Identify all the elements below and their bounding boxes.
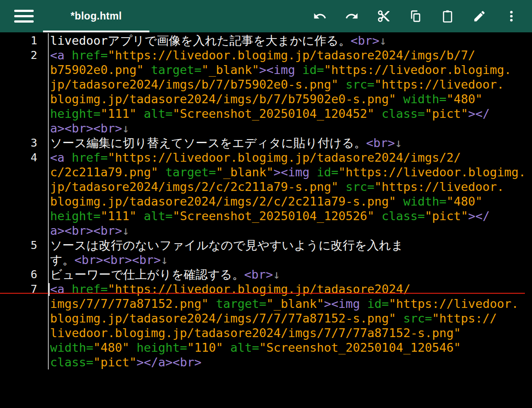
scissors-icon: [377, 9, 391, 23]
code-row: livedoor.blogimg.jp/tadasore2024/imgs/7/…: [49, 326, 532, 340]
code-line: 6ビューワーで仕上がりを確認する。<br>↓: [0, 267, 532, 282]
cut-button[interactable]: [373, 6, 394, 27]
code-row: a><br><br>↓: [49, 223, 532, 238]
copy-button[interactable]: [405, 6, 426, 27]
redo-button[interactable]: [341, 6, 362, 27]
app-window: *blog.html: [0, 0, 532, 408]
code-row: a><br><br>↓: [49, 121, 532, 136]
line-number: 3: [0, 136, 49, 150]
tab-title: *blog.html: [70, 10, 121, 22]
redo-icon: [345, 9, 359, 23]
edit-button[interactable]: [469, 6, 490, 27]
code-row: blogimg.jp/tadasore2024/imgs/7/7/77a8715…: [49, 311, 532, 326]
pencil-icon: [473, 9, 486, 23]
code-line: 2<a href="https://livedoor.blogimg.jp/ta…: [0, 48, 532, 136]
code-line: 1livedoorアプリで画像を入れた記事を大まかに作る。<br>↓: [0, 33, 532, 48]
code-row: <a href="https://livedoor.blogimg.jp/tad…: [49, 48, 532, 62]
code-lines: 1livedoorアプリで画像を入れた記事を大まかに作る。<br>↓2<a hr…: [0, 33, 532, 369]
copy-icon: [409, 9, 422, 23]
code-row: c/2c211a79.png" target="_blank"><img id=…: [49, 165, 532, 179]
line-number: 6: [0, 267, 49, 282]
undo-button[interactable]: [309, 6, 330, 27]
line-number: 5: [0, 238, 49, 267]
code-row: blogimg.jp/tadasore2024/imgs/b/7/b75902e…: [49, 92, 532, 106]
code-editor[interactable]: 1livedoorアプリで画像を入れた記事を大まかに作る。<br>↓2<a hr…: [0, 32, 532, 408]
undo-icon: [313, 9, 327, 23]
toolbar: [309, 0, 522, 32]
code-row: す。<br><br><br>↓: [49, 253, 532, 267]
code-line: 7<a href="https://livedoor.blogimg.jp/ta…: [0, 282, 532, 369]
code-row: height="111" alt="Screenshot_20250104_12…: [49, 209, 532, 223]
code-row: ソースは改行のないファイルなので見やすいように改行を入れま: [49, 238, 532, 253]
clipboard-paste-icon: [441, 9, 454, 23]
code-row: jp/tadasore2024/imgs/2/c/2c211a79-s.png"…: [49, 179, 532, 194]
code-line: 3ソース編集に切り替えてソースをエディタに貼り付ける。<br>↓: [0, 136, 532, 150]
code-row: <a href="https://livedoor.blogimg.jp/tad…: [49, 150, 532, 165]
line-number: 2: [0, 48, 49, 136]
code-row: width="480" height="110" alt="Screenshot…: [49, 340, 532, 355]
code-row: height="111" alt="Screenshot_20250104_12…: [49, 106, 532, 121]
code-row: <a href="https://livedoor.blogimg.jp/tad…: [49, 282, 532, 296]
paste-button[interactable]: [437, 6, 458, 27]
code-row: livedoorアプリで画像を入れた記事を大まかに作る。<br>↓: [49, 33, 532, 48]
code-row: jp/tadasore2024/imgs/b/7/b75902e0-s.png"…: [49, 77, 532, 92]
code-row: ビューワーで仕上がりを確認する。<br>↓: [49, 267, 532, 282]
tab-blog-html[interactable]: *blog.html: [43, 0, 149, 32]
code-row: blogimg.jp/tadasore2024/imgs/2/c/2c211a7…: [49, 194, 532, 209]
code-row: imgs/7/7/77a87152.png" target="_blank"><…: [49, 296, 532, 311]
code-row: b75902e0.png" target="_blank"><img id="h…: [49, 62, 532, 77]
overflow-menu-button[interactable]: [501, 6, 522, 27]
line-number: 4: [0, 150, 49, 238]
line-number: 1: [0, 33, 49, 48]
more-vertical-icon: [505, 9, 518, 23]
code-line: 5ソースは改行のないファイルなので見やすいように改行を入れます。<br><br>…: [0, 238, 532, 267]
line-number: 7: [0, 282, 49, 369]
code-line: 4<a href="https://livedoor.blogimg.jp/ta…: [0, 150, 532, 238]
top-bar: *blog.html: [0, 0, 532, 32]
hamburger-menu-icon[interactable]: [13, 6, 35, 27]
code-row: class="pict"></a><br>: [49, 355, 532, 369]
code-row: ソース編集に切り替えてソースをエディタに貼り付ける。<br>↓: [49, 136, 532, 150]
